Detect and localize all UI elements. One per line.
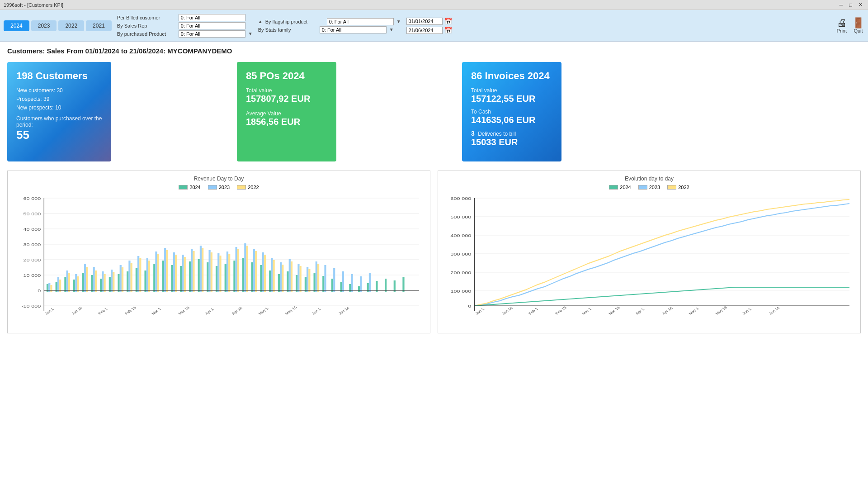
pos-avg-label: Average Value bbox=[246, 110, 327, 117]
svg-text:Jun 14: Jun 14 bbox=[768, 306, 781, 315]
kpi-pos-card: 85 POs 2024 Total value 157807,92 EUR Av… bbox=[237, 62, 336, 161]
pos-total-value: 157807,92 EUR bbox=[246, 94, 327, 104]
svg-rect-114 bbox=[228, 254, 230, 292]
filter-stats-family-input[interactable] bbox=[320, 26, 387, 33]
new-customers-value: 30 bbox=[57, 87, 62, 94]
date-from-input[interactable] bbox=[406, 18, 443, 25]
filter-per-billed-input[interactable] bbox=[179, 14, 245, 21]
legend-2022: 2022 bbox=[237, 185, 259, 190]
legend-label-2024: 2024 bbox=[189, 185, 200, 190]
svg-rect-118 bbox=[264, 255, 266, 292]
filter-purchased-product-input[interactable] bbox=[179, 30, 245, 38]
svg-text:Jun 1: Jun 1 bbox=[311, 307, 322, 315]
kpi-cards: 198 Customers New customers: 30 Prospect… bbox=[7, 62, 861, 161]
prospects-label: Prospects: bbox=[16, 96, 42, 102]
charts-row: Revenue Day to Day 2024 2023 2022 bbox=[7, 171, 861, 333]
evol-legend-label-2023: 2023 bbox=[649, 185, 660, 190]
filter-stats-family-label: By Stats family bbox=[258, 27, 317, 33]
filter-flagship-input[interactable] bbox=[327, 18, 394, 25]
svg-rect-43 bbox=[287, 271, 288, 292]
svg-rect-45 bbox=[305, 277, 307, 292]
legend-color-2023 bbox=[208, 185, 217, 190]
svg-rect-92 bbox=[360, 276, 362, 292]
svg-rect-24 bbox=[118, 274, 119, 292]
svg-rect-17 bbox=[56, 282, 57, 292]
evol-legend-color-2022 bbox=[667, 185, 676, 190]
calendar-from-icon[interactable]: 📅 bbox=[444, 18, 452, 25]
legend-color-2022 bbox=[237, 185, 246, 190]
evol-legend-label-2022: 2022 bbox=[678, 185, 689, 190]
flagship-arrow-down[interactable]: ▼ bbox=[396, 19, 401, 24]
calendar-to-icon[interactable]: 📅 bbox=[444, 27, 452, 34]
filter-sales-rep-label: By Sales Rep bbox=[117, 23, 176, 28]
svg-text:Jan 1: Jan 1 bbox=[43, 307, 55, 315]
date-to-input[interactable] bbox=[406, 27, 443, 34]
to-cash-label: To Cash bbox=[471, 109, 552, 115]
svg-rect-90 bbox=[342, 271, 344, 292]
evol-legend-label-2024: 2024 bbox=[620, 185, 631, 190]
svg-rect-100 bbox=[104, 274, 105, 292]
spacer-1 bbox=[122, 62, 226, 161]
svg-rect-87 bbox=[316, 261, 317, 292]
svg-rect-124 bbox=[317, 264, 319, 292]
svg-text:20 000: 20 000 bbox=[24, 258, 41, 262]
svg-rect-99 bbox=[95, 270, 97, 292]
svg-rect-47 bbox=[322, 276, 324, 292]
svg-rect-111 bbox=[202, 248, 203, 292]
svg-text:Jun 1: Jun 1 bbox=[741, 307, 752, 315]
svg-rect-39 bbox=[251, 262, 253, 292]
revenue-chart-title: Revenue Day to Day bbox=[12, 176, 425, 182]
minimize-button[interactable]: ─ bbox=[838, 2, 845, 8]
filter-group-left: Per Billed customer By Sales Rep By purc… bbox=[117, 14, 253, 38]
svg-text:Mar 1: Mar 1 bbox=[581, 307, 593, 316]
svg-rect-78 bbox=[236, 247, 237, 292]
legend-color-2024 bbox=[179, 185, 188, 190]
year-tab-2024[interactable]: 2024 bbox=[4, 20, 29, 31]
toolbar: 2024 2023 2022 2021 Per Billed customer … bbox=[0, 10, 868, 42]
svg-rect-20 bbox=[82, 273, 84, 292]
date-section: 📅 📅 bbox=[406, 18, 452, 34]
new-prospects-label: New prospects: bbox=[16, 104, 54, 111]
svg-text:10 000: 10 000 bbox=[24, 273, 41, 278]
stats-family-arrow[interactable]: ▼ bbox=[389, 27, 394, 32]
quit-button[interactable]: 🚪 Quit bbox=[852, 18, 864, 33]
filter-purchased-product-label: By purchased Product bbox=[117, 31, 176, 37]
svg-rect-109 bbox=[184, 257, 186, 292]
restore-button[interactable]: □ bbox=[847, 2, 854, 8]
svg-rect-33 bbox=[198, 259, 200, 292]
spacer-2 bbox=[347, 62, 451, 161]
svg-text:Feb 1: Feb 1 bbox=[97, 307, 109, 316]
svg-text:Feb 1: Feb 1 bbox=[528, 307, 539, 316]
svg-rect-26 bbox=[136, 268, 137, 292]
year-tab-2022[interactable]: 2022 bbox=[58, 20, 84, 31]
legend-label-2023: 2023 bbox=[219, 185, 230, 190]
svg-rect-117 bbox=[255, 251, 257, 292]
kpi-customers-card: 198 Customers New customers: 30 Prospect… bbox=[7, 62, 111, 161]
evolution-chart-container: Evolution day to day 2024 2023 2022 bbox=[438, 171, 861, 333]
action-buttons: 🖨 Print 🚪 Quit bbox=[836, 18, 864, 33]
svg-text:Feb 15: Feb 15 bbox=[554, 306, 568, 315]
purchased-product-arrow[interactable]: ▼ bbox=[248, 31, 253, 36]
close-button[interactable]: ✕ bbox=[857, 2, 864, 8]
year-tab-2021[interactable]: 2021 bbox=[86, 20, 112, 31]
filter-sales-rep-input[interactable] bbox=[179, 22, 245, 29]
svg-rect-52 bbox=[367, 283, 369, 292]
svg-rect-25 bbox=[127, 271, 128, 292]
svg-rect-96 bbox=[68, 273, 70, 292]
evol-legend-2024: 2024 bbox=[609, 185, 631, 190]
svg-rect-44 bbox=[296, 275, 297, 292]
svg-rect-98 bbox=[86, 267, 88, 292]
svg-text:May 16: May 16 bbox=[284, 305, 298, 315]
svg-rect-71 bbox=[173, 252, 175, 292]
svg-text:40 000: 40 000 bbox=[24, 227, 41, 232]
svg-rect-37 bbox=[233, 261, 235, 292]
svg-text:400 000: 400 000 bbox=[451, 233, 472, 238]
svg-rect-79 bbox=[244, 243, 246, 292]
svg-rect-84 bbox=[289, 259, 291, 292]
svg-text:Mar 1: Mar 1 bbox=[151, 307, 162, 316]
year-tab-2023[interactable]: 2023 bbox=[31, 20, 57, 31]
flagship-arrow-up[interactable]: ▲ bbox=[258, 19, 263, 24]
print-button[interactable]: 🖨 Print bbox=[836, 18, 847, 33]
new-prospects-stat: New prospects: 10 bbox=[16, 104, 102, 111]
filter-flagship-label: By flagship product bbox=[265, 19, 324, 24]
